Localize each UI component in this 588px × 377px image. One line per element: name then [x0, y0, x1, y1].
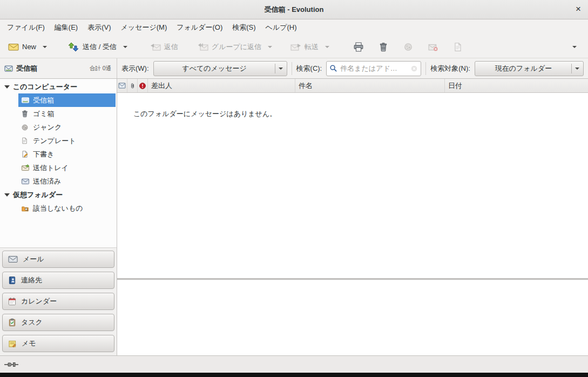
send-receive-button[interactable]: 送信 / 受信: [64, 39, 120, 55]
switcher-memos[interactable]: メモ: [2, 335, 114, 352]
folder-total-count: 合計 0通: [90, 65, 112, 72]
forward-dropdown[interactable]: [322, 43, 332, 51]
filter-controls: 表示(W): すべてのメッセージ 検索(C): 検索対象(N): 現在のフォ: [117, 58, 588, 78]
switcher-contacts[interactable]: 連絡先: [2, 272, 114, 289]
show-filter-value: すべてのメッセージ: [158, 64, 272, 73]
print-button[interactable]: [350, 39, 367, 55]
switcher-tasks[interactable]: タスク: [2, 314, 114, 331]
message-status-icon: [118, 83, 126, 89]
print-icon: [354, 42, 363, 52]
switcher-calendar[interactable]: カレンダー: [2, 293, 114, 310]
sent-icon: [21, 178, 30, 185]
switcher-mail[interactable]: メール: [2, 251, 114, 268]
document-icon: [21, 137, 30, 145]
message-area: 差出人 件名 日付 このフォルダーにメッセージはありません。: [117, 79, 588, 355]
send-receive-dropdown[interactable]: [120, 43, 130, 51]
new-message-dropdown[interactable]: [40, 43, 50, 51]
group-label: このコンピューター: [13, 82, 77, 92]
titlebar: 受信箱 - Evolution ×: [0, 0, 588, 19]
inbox-icon: [4, 65, 13, 72]
chevron-down-icon: [279, 68, 283, 70]
folder-label: 受信箱: [33, 96, 54, 105]
folder-sent[interactable]: 送信済み: [0, 174, 117, 188]
not-junk-icon: [428, 42, 438, 52]
message-list[interactable]: このフォルダーにメッセージはありません。: [117, 93, 588, 278]
expander-icon[interactable]: [4, 85, 10, 89]
column-priority[interactable]: [138, 79, 148, 92]
search-folder-icon: [21, 205, 30, 212]
reply-icon: [150, 43, 161, 51]
switcher-label: カレンダー: [21, 297, 57, 306]
menu-help[interactable]: ヘルプ(H): [261, 20, 302, 35]
send-receive-icon: [67, 42, 79, 52]
folder-label: 該当しないもの: [33, 204, 83, 213]
column-subject-label: 件名: [299, 81, 313, 91]
switcher-label: 連絡先: [21, 275, 42, 285]
tasks-icon: [8, 318, 16, 327]
priority-icon: [139, 82, 146, 90]
column-date[interactable]: 日付: [445, 79, 588, 92]
column-attachment[interactable]: [127, 79, 138, 92]
clear-search-icon[interactable]: [410, 65, 418, 72]
forward-label: 転送: [305, 42, 319, 52]
group-reply-dropdown[interactable]: [265, 43, 275, 51]
calendar-icon: [8, 297, 16, 306]
group-reply-label: グループに返信: [212, 42, 261, 52]
search-icon: [329, 64, 337, 72]
tree-group-this-computer[interactable]: このコンピューター: [0, 80, 117, 93]
group-reply-button[interactable]: グループに返信: [194, 39, 265, 55]
delete-button[interactable]: [375, 39, 391, 55]
close-icon[interactable]: ×: [576, 4, 581, 14]
search-scope-value: 現在のフォルダー: [479, 64, 568, 73]
menu-edit[interactable]: 編集(E): [50, 20, 83, 35]
reply-button[interactable]: 返信: [146, 39, 182, 55]
menu-view[interactable]: 表示(V): [83, 20, 116, 35]
memo-icon: [8, 340, 17, 348]
folder-tree: このコンピューター 受信箱 ゴミ箱: [0, 79, 117, 247]
new-message-label: New: [22, 43, 36, 51]
menu-file[interactable]: ファイル(F): [2, 20, 50, 35]
forward-button[interactable]: 転送: [287, 39, 322, 55]
toolbar-overflow-dropdown[interactable]: [570, 43, 579, 51]
save-message-button[interactable]: [450, 39, 466, 55]
folder-unmatched[interactable]: 該当しないもの: [0, 201, 117, 215]
switcher-label: タスク: [21, 318, 43, 327]
search-input[interactable]: [340, 64, 408, 72]
menubar: ファイル(F) 編集(E) 表示(V) メッセージ(M) フォルダー(O) 検索…: [0, 19, 588, 36]
column-date-label: 日付: [448, 81, 462, 91]
evolution-window: 受信箱 - Evolution × ファイル(F) 編集(E) 表示(V) メッ…: [0, 0, 588, 377]
folder-outbox[interactable]: 送信トレイ: [0, 161, 117, 174]
folder-trash[interactable]: ゴミ箱: [0, 107, 117, 120]
not-junk-button[interactable]: [425, 39, 441, 55]
tree-group-search-folders[interactable]: 仮想フォルダー: [0, 188, 117, 201]
expander-icon[interactable]: [4, 193, 10, 197]
paperclip-icon: [129, 82, 136, 90]
folder-junk[interactable]: ジャンク: [0, 120, 117, 134]
new-mail-icon: [8, 43, 19, 51]
column-status[interactable]: [117, 79, 127, 92]
menu-message[interactable]: メッセージ(M): [116, 20, 172, 35]
show-label: 表示(W):: [121, 64, 149, 73]
folder-inbox[interactable]: 受信箱: [0, 93, 117, 107]
new-message-button[interactable]: New: [4, 39, 40, 55]
folder-label: 下書き: [33, 150, 54, 159]
column-subject[interactable]: 件名: [295, 79, 445, 92]
view-switcher: メール 連絡先 カレンダー: [0, 247, 117, 355]
delete-icon: [379, 42, 388, 52]
filterbar: 受信箱 合計 0通 表示(W): すべてのメッセージ 検索(C):: [0, 58, 588, 79]
column-from-label: 差出人: [151, 81, 172, 91]
show-filter-dropdown[interactable]: すべてのメッセージ: [153, 61, 287, 76]
menu-folder[interactable]: フォルダー(O): [172, 20, 227, 35]
online-status-icon[interactable]: [4, 361, 18, 368]
junk-button[interactable]: [400, 39, 416, 55]
folder-drafts[interactable]: 下書き: [0, 147, 117, 161]
switcher-label: メール: [23, 254, 44, 264]
search-scope-dropdown[interactable]: 現在のフォルダー: [475, 61, 584, 76]
switcher-label: メモ: [22, 339, 36, 348]
trash-icon: [21, 110, 30, 118]
group-label: 仮想フォルダー: [13, 190, 63, 200]
folder-label: ゴミ箱: [33, 109, 55, 119]
folder-templates[interactable]: テンプレート: [0, 134, 117, 147]
menu-search[interactable]: 検索(S): [227, 20, 260, 35]
column-from[interactable]: 差出人: [148, 79, 295, 92]
